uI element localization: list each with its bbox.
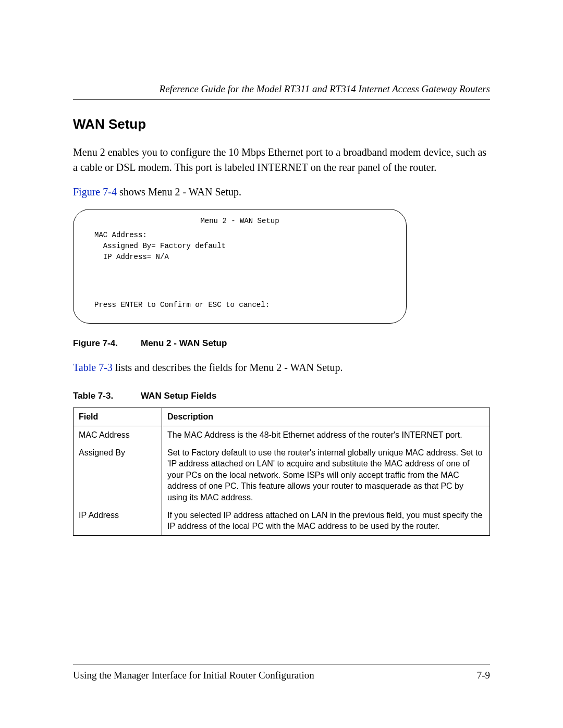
table-cell-field: Assigned By	[74, 444, 162, 507]
footer-page-number: 7-9	[477, 670, 490, 681]
table-cell-field: MAC Address	[74, 426, 162, 444]
figure-caption: Figure 7-4.Menu 2 - WAN Setup	[73, 338, 490, 349]
table-header-field: Field	[74, 408, 162, 426]
table-cell-description: Set to Factory default to use the router…	[162, 444, 490, 507]
footer-rule	[73, 664, 490, 664]
figure-number: Figure 7-4.	[73, 338, 141, 349]
table-header-description: Description	[162, 408, 490, 426]
terminal-title: Menu 2 - WAN Setup	[94, 216, 385, 227]
terminal-body: MAC Address: Assigned By= Factory defaul…	[94, 230, 385, 263]
terminal-prompt: Press ENTER to Confirm or ESC to cancel:	[94, 300, 385, 314]
terminal-screen: Menu 2 - WAN Setup MAC Address: Assigned…	[73, 209, 407, 324]
table-intro-paragraph: Table 7-3 lists and describes the fields…	[73, 360, 490, 375]
table-cell-description: The MAC Address is the 48-bit Ethernet a…	[162, 426, 490, 444]
figure-title: Menu 2 - WAN Setup	[141, 338, 227, 348]
footer-chapter-title: Using the Manager Interface for Initial …	[73, 670, 314, 681]
table-title: WAN Setup Fields	[141, 391, 216, 401]
running-header: Reference Guide for the Model RT311 and …	[73, 83, 490, 99]
figure-7-4: Menu 2 - WAN Setup MAC Address: Assigned…	[73, 209, 490, 324]
header-rule	[73, 99, 490, 100]
table-crossref-link[interactable]: Table 7-3	[73, 362, 113, 373]
table-row: IP Address If you selected IP address at…	[74, 507, 490, 536]
page-footer: Using the Manager Interface for Initial …	[73, 664, 490, 681]
figure-crossref-link[interactable]: Figure 7-4	[73, 186, 117, 198]
section-heading: WAN Setup	[73, 116, 490, 132]
intro-paragraph-2-rest: shows Menu 2 - WAN Setup.	[117, 186, 241, 198]
wan-setup-fields-table: Field Description MAC Address The MAC Ad…	[73, 408, 490, 536]
table-intro-rest: lists and describes the fields for Menu …	[113, 362, 343, 373]
table-row: MAC Address The MAC Address is the 48-bi…	[74, 426, 490, 444]
table-cell-field: IP Address	[74, 507, 162, 536]
intro-paragraph-1: Menu 2 enables you to configure the 10 M…	[73, 145, 490, 175]
table-row: Assigned By Set to Factory default to us…	[74, 444, 490, 507]
table-number: Table 7-3.	[73, 391, 141, 401]
intro-paragraph-2: Figure 7-4 shows Menu 2 - WAN Setup.	[73, 184, 490, 200]
table-caption: Table 7-3.WAN Setup Fields	[73, 391, 490, 401]
table-cell-description: If you selected IP address attached on L…	[162, 507, 490, 536]
